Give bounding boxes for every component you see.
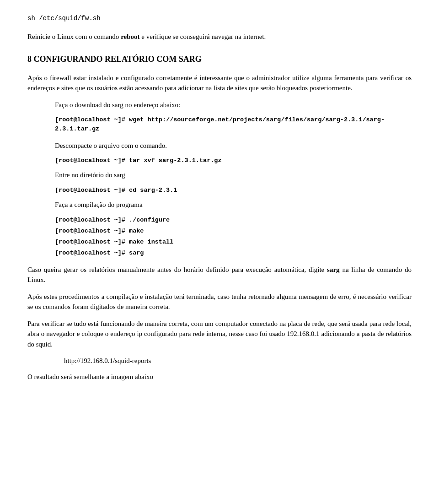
resultado-text: O resultado será semelhante a imagem aba…: [27, 373, 153, 380]
entre-text: Entre no diretório do sarg: [55, 170, 412, 180]
reboot-bold-word: reboot: [121, 33, 139, 40]
faca-compilacao-text: Faça a compilação do programa: [55, 200, 412, 210]
caso-paragraph: Caso queira gerar os relatórios manualme…: [27, 265, 412, 285]
sarg-command: [root@localhost ~]# sarg: [55, 249, 412, 258]
tar-command: [root@localhost ~]# tar xvf sarg-2.3.1.t…: [55, 156, 412, 165]
make-install-command: [root@localhost ~]# make install: [55, 238, 412, 247]
download-block: Faça o download do sarg no endereço abai…: [55, 100, 412, 258]
make-command: [root@localhost ~]# make: [55, 227, 412, 236]
url-block: http://192.168.0.1/squid-reports: [64, 356, 412, 366]
reboot-text-start: Reinicie o Linux com o comando: [27, 33, 121, 40]
top-command-line: sh /etc/squid/fw.sh: [27, 14, 412, 23]
url-text: http://192.168.0.1/squid-reports: [64, 357, 151, 364]
caso-bold-word: sarg: [327, 266, 340, 273]
resultado-paragraph: O resultado será semelhante a imagem aba…: [27, 372, 412, 382]
descompacte-text: Descompacte o arquivo com o comando.: [55, 141, 412, 151]
reboot-paragraph: Reinicie o Linux com o comando reboot e …: [27, 32, 412, 42]
apos-estes-paragraph: Após estes procedimentos a compilação e …: [27, 292, 412, 312]
section-intro-paragraph: Após o firewall estar instalado e config…: [27, 73, 412, 93]
reboot-text-end: e verifique se conseguirá navegar na int…: [140, 33, 266, 40]
page-content: sh /etc/squid/fw.sh Reinicie o Linux com…: [27, 14, 412, 382]
faca-download-text: Faça o download do sarg no endereço abai…: [55, 100, 412, 110]
section-title-text: CONFIGURANDO RELATÓRIO COM SARG: [34, 54, 202, 64]
para-verificar-text: Para verificar se tudo está funcionando …: [27, 320, 412, 348]
faca-download-section: Faça o download do sarg no endereço abai…: [55, 100, 412, 134]
top-command-text: sh /etc/squid/fw.sh: [27, 15, 101, 22]
section-number: 8: [27, 54, 32, 64]
apos-estes-text: Após estes procedimentos a compilação e …: [27, 293, 412, 311]
cd-command: [root@localhost ~]# cd sarg-2.3.1: [55, 186, 412, 195]
section-intro-text: Após o firewall estar instalado e config…: [27, 74, 412, 92]
wget-command: [root@localhost ~]# wget http://sourcefo…: [55, 115, 412, 134]
section-title: 8 CONFIGURANDO RELATÓRIO COM SARG: [27, 53, 412, 65]
configure-command: [root@localhost ~]# ./configure: [55, 216, 412, 225]
caso-text-start: Caso queira gerar os relatórios manualme…: [27, 266, 327, 273]
para-verificar-paragraph: Para verificar se tudo está funcionando …: [27, 319, 412, 350]
